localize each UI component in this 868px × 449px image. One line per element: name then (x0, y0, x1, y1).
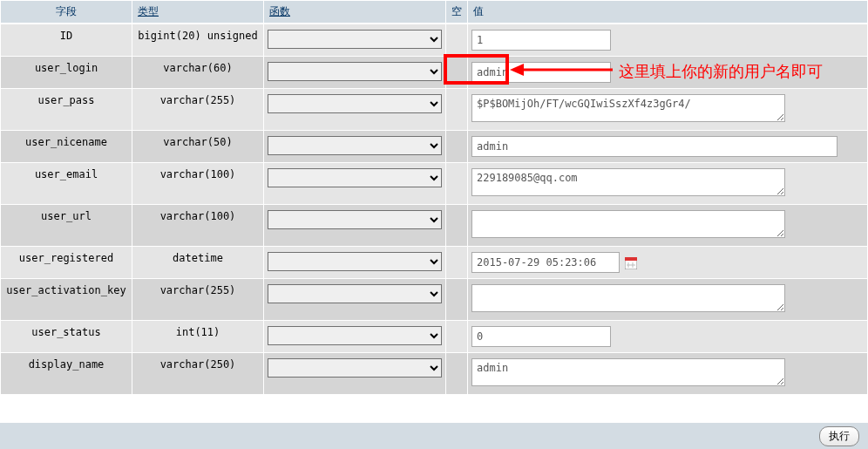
field-name: user_pass (1, 89, 132, 130)
null-cell (446, 247, 467, 278)
field-name: user_url (1, 205, 132, 246)
value-cell (468, 279, 867, 320)
field-name: user_nicename (1, 131, 132, 162)
table-row: user_urlvarchar(100) (1, 205, 867, 246)
execute-button[interactable]: 执行 (819, 426, 859, 446)
null-cell (446, 205, 467, 246)
value-input[interactable] (471, 30, 611, 51)
function-cell (264, 247, 445, 278)
value-cell (468, 163, 867, 204)
field-type: varchar(255) (132, 89, 263, 130)
header-row: 字段 类型 函数 空 值 (1, 1, 867, 24)
value-cell (468, 205, 867, 246)
table-row: user_registereddatetime (1, 247, 867, 278)
value-cell (468, 321, 867, 352)
field-name: user_email (1, 163, 132, 204)
function-select[interactable] (268, 284, 442, 303)
function-select[interactable] (268, 168, 442, 187)
function-select[interactable] (268, 30, 442, 49)
function-select[interactable] (268, 358, 442, 378)
field-name: user_registered (1, 247, 132, 278)
value-textarea[interactable] (471, 284, 785, 312)
field-name: ID (1, 24, 132, 56)
value-input[interactable] (471, 252, 620, 273)
annotation-text: 这里填上你的新的用户名即可 (619, 61, 823, 82)
value-cell (468, 353, 867, 394)
header-null: 空 (446, 1, 467, 24)
table-row: display_namevarchar(250) (1, 353, 867, 394)
null-cell (446, 279, 467, 320)
null-cell (446, 24, 467, 56)
function-cell (264, 163, 445, 204)
field-type: int(11) (132, 321, 263, 352)
field-name: user_activation_key (1, 279, 132, 320)
function-cell (264, 89, 445, 130)
annotation-arrow (510, 59, 614, 80)
function-cell (264, 353, 445, 394)
function-select[interactable] (268, 326, 442, 345)
function-select[interactable] (268, 62, 442, 81)
table-row: user_activation_keyvarchar(255) (1, 279, 867, 320)
function-cell (264, 205, 445, 246)
value-input[interactable] (471, 326, 611, 347)
field-type: varchar(250) (132, 353, 263, 394)
field-editor-table: 字段 类型 函数 空 值 IDbigint(20) unsigneduser_l… (0, 0, 868, 395)
function-cell (264, 321, 445, 352)
function-cell (264, 57, 445, 88)
function-select[interactable] (268, 136, 442, 155)
function-cell (264, 131, 445, 162)
null-cell (446, 89, 467, 130)
header-field: 字段 (1, 1, 132, 24)
svg-marker-6 (510, 64, 524, 76)
value-cell (468, 24, 867, 56)
calendar-icon[interactable] (625, 257, 637, 269)
field-name: display_name (1, 353, 132, 394)
table-row: user_statusint(11) (1, 321, 867, 352)
table-row: IDbigint(20) unsigned (1, 24, 867, 56)
value-cell (468, 247, 867, 278)
value-textarea[interactable] (471, 210, 785, 238)
header-value: 值 (468, 1, 867, 24)
table-row: user_passvarchar(255) (1, 89, 867, 130)
value-cell (468, 89, 867, 130)
table-row: user_nicenamevarchar(50) (1, 131, 867, 162)
null-cell (446, 57, 467, 88)
field-name: user_status (1, 321, 132, 352)
field-type: varchar(50) (132, 131, 263, 162)
value-input[interactable] (471, 136, 837, 157)
field-type: datetime (132, 247, 263, 278)
null-cell (446, 321, 467, 352)
value-textarea[interactable] (471, 94, 785, 122)
function-cell (264, 24, 445, 56)
field-name: user_login (1, 57, 132, 88)
table-row: user_emailvarchar(100) (1, 163, 867, 204)
header-type[interactable]: 类型 (132, 1, 263, 24)
footer-bar: 执行 (0, 423, 868, 449)
value-textarea[interactable] (471, 358, 785, 386)
value-cell (468, 131, 867, 162)
null-cell (446, 353, 467, 394)
field-type: bigint(20) unsigned (132, 24, 263, 56)
field-type: varchar(255) (132, 279, 263, 320)
value-textarea[interactable] (471, 168, 785, 196)
function-select[interactable] (268, 94, 442, 113)
function-cell (264, 279, 445, 320)
function-select[interactable] (268, 210, 442, 229)
null-cell (446, 131, 467, 162)
field-type: varchar(60) (132, 57, 263, 88)
function-select[interactable] (268, 252, 442, 271)
field-type: varchar(100) (132, 205, 263, 246)
field-type: varchar(100) (132, 163, 263, 204)
svg-rect-1 (625, 257, 637, 261)
header-func[interactable]: 函数 (264, 1, 445, 24)
null-cell (446, 163, 467, 204)
